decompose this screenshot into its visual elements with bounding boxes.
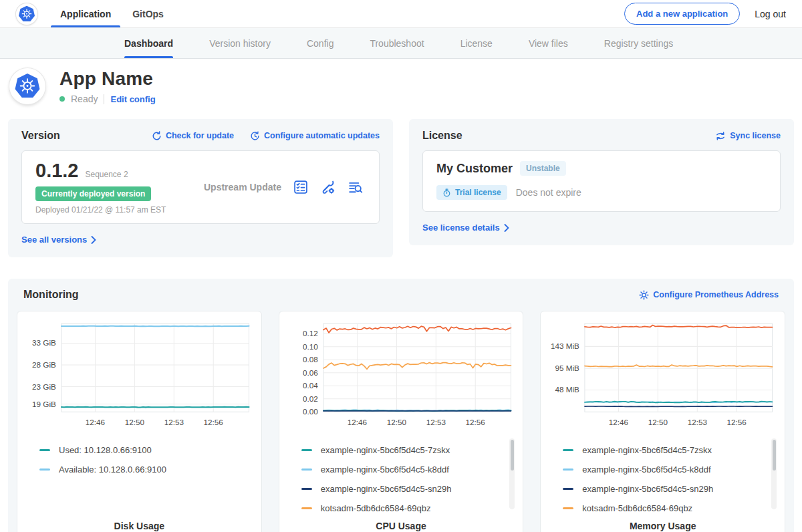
license-summary-row: My Customer Unstable Trial license Does …	[422, 150, 781, 212]
disk-legend: Used: 10.128.0.66:9100Available: 10.128.…	[23, 435, 255, 514]
legend-dash	[563, 449, 573, 451]
tab-dashboard[interactable]: Dashboard	[124, 28, 173, 58]
legend-item: example-nginx-5bc6f5d4c5-7zskx	[563, 440, 765, 460]
legend-label: example-nginx-5bc6f5d4c5-sn29h	[582, 484, 713, 494]
see-license-details-link[interactable]: See license details	[422, 223, 509, 233]
legend-label: kotsadm-5db6dc6584-69qbz	[582, 503, 692, 513]
x-tick-label: 12:53	[164, 418, 184, 426]
series-line	[61, 326, 249, 327]
y-tick-label: 0.02	[303, 394, 318, 403]
app-status: Ready	[71, 94, 98, 104]
legend-item: Available: 10.128.0.66:9100	[39, 460, 242, 479]
tab-gitops[interactable]: GitOps	[131, 0, 165, 27]
x-tick-label: 12:46	[347, 418, 366, 426]
chevron-right-icon	[504, 224, 509, 232]
y-tick-label: 48 MiB	[555, 385, 580, 394]
legend-item: example-nginx-5bc6f5d4c5-7zskx	[301, 440, 504, 460]
add-application-button[interactable]: Add a new application	[624, 3, 740, 25]
x-tick-label: 12:56	[465, 418, 485, 426]
tab-license[interactable]: License	[460, 28, 493, 58]
kubernetes-app-icon	[14, 73, 41, 100]
license-expiry: Does not expire	[516, 187, 581, 198]
legend-item: kotsadm-5db6dc6584-69qbz	[301, 499, 504, 514]
series-line	[61, 407, 249, 408]
tab-application[interactable]: Application	[59, 0, 112, 27]
legend-scrollbar[interactable]	[771, 438, 777, 509]
cpu-chart-card: 12:4612:5012:5312:560.120.100.080.060.04…	[279, 311, 524, 532]
y-tick-label: 28 GiB	[32, 360, 56, 369]
channel-badge: Unstable	[520, 161, 566, 176]
summary-cards-row: Version Check for update	[8, 119, 794, 257]
memory-legend: example-nginx-5bc6f5d4c5-7zskxexample-ng…	[547, 435, 779, 514]
y-tick-label: 0.08	[303, 355, 318, 364]
tab-config[interactable]: Config	[307, 28, 333, 58]
logout-button[interactable]: Log out	[755, 9, 786, 19]
y-tick-label: 0.12	[303, 329, 318, 338]
legend-scrollbar-thumb[interactable]	[773, 440, 776, 471]
x-tick-label: 12:50	[125, 418, 145, 426]
kubernetes-logo-icon	[18, 5, 35, 23]
legend-item: example-nginx-5bc6f5d4c5-k8ddf	[301, 460, 504, 479]
legend-label: example-nginx-5bc6f5d4c5-7zskx	[582, 445, 712, 455]
config-wrench-icon[interactable]	[321, 180, 336, 194]
configure-automatic-updates-link[interactable]: Configure automatic updates	[250, 131, 380, 141]
x-tick-label: 12:53	[426, 418, 445, 426]
monitoring-section: Monitoring Configure Prometheus Address …	[8, 279, 794, 532]
customer-name: My Customer	[436, 162, 513, 176]
y-tick-label: 19 GiB	[32, 400, 56, 408]
y-tick-label: 95 MiB	[555, 364, 580, 372]
legend-item: example-nginx-5bc6f5d4c5-sn29h	[301, 479, 504, 499]
top-nav-tabs: Application GitOps	[59, 0, 165, 27]
cpu-legend: example-nginx-5bc6f5d4c5-7zskxexample-ng…	[285, 435, 517, 514]
series-line	[585, 406, 773, 407]
legend-dash	[39, 469, 50, 471]
kubernetes-logo[interactable]	[16, 3, 37, 25]
tab-version-history[interactable]: Version history	[209, 28, 271, 58]
check-for-update-link[interactable]: Check for update	[152, 131, 234, 141]
refresh-icon	[152, 131, 162, 141]
gear-icon	[639, 290, 649, 300]
monitoring-title: Monitoring	[23, 289, 79, 301]
legend-label: Available: 10.128.0.66:9100	[59, 464, 166, 475]
license-card-title: License	[422, 130, 462, 142]
page-title: App Name	[59, 68, 156, 90]
legend-scrollbar-thumb[interactable]	[511, 440, 514, 471]
tab-view-files[interactable]: View files	[529, 28, 568, 58]
top-nav: Application GitOps Add a new application…	[0, 0, 802, 28]
tab-troubleshoot[interactable]: Troubleshoot	[370, 28, 424, 58]
legend-dash	[563, 507, 573, 509]
update-type-label: Upstream Update	[181, 182, 293, 192]
legend-dash	[39, 449, 50, 451]
license-card: License Sync license My Customer Unstabl…	[409, 119, 794, 245]
cpu-chart: 12:4612:5012:5312:560.120.100.080.060.04…	[285, 318, 517, 435]
legend-dash	[301, 449, 312, 451]
current-version-row: 0.1.2 Sequence 2 Currently deployed vers…	[21, 150, 380, 224]
memory-chart-card: 12:4612:5012:5312:56143 MiB95 MiB48 MiBe…	[540, 311, 785, 532]
app-sub-nav: Dashboard Version history Config Trouble…	[0, 28, 802, 59]
deployed-timestamp: Deployed 01/21/22 @ 11:57 am EST	[35, 205, 181, 215]
ready-status-dot	[59, 96, 65, 102]
preflight-checks-icon[interactable]	[293, 180, 308, 194]
version-card-title: Version	[21, 130, 60, 142]
view-files-search-icon[interactable]	[348, 180, 363, 194]
license-type-badge: Trial license	[436, 185, 507, 200]
legend-label: example-nginx-5bc6f5d4c5-k8ddf	[582, 464, 710, 475]
legend-dash	[301, 469, 312, 471]
divider	[104, 94, 104, 104]
disk-chart: 12:4612:5012:5312:5633 GiB28 GiB23 GiB19…	[23, 318, 255, 435]
edit-config-link[interactable]: Edit config	[110, 94, 155, 104]
disk-chart-card: 12:4612:5012:5312:5633 GiB28 GiB23 GiB19…	[17, 311, 262, 532]
sync-license-link[interactable]: Sync license	[715, 131, 781, 141]
legend-label: kotsadm-5db6dc6584-69qbz	[321, 503, 431, 513]
legend-dash	[301, 488, 312, 490]
y-tick-label: 0.10	[303, 342, 318, 351]
tab-registry-settings[interactable]: Registry settings	[604, 28, 673, 58]
x-tick-label: 12:50	[386, 418, 406, 426]
app-avatar	[9, 68, 45, 104]
configure-prometheus-link[interactable]: Configure Prometheus Address	[639, 290, 779, 300]
legend-scrollbar[interactable]	[509, 438, 515, 509]
legend-label: example-nginx-5bc6f5d4c5-7zskx	[321, 445, 450, 455]
deployed-status-badge: Currently deployed version	[35, 186, 151, 201]
see-all-versions-link[interactable]: See all versions	[21, 235, 96, 245]
x-tick-label: 12:46	[86, 418, 105, 426]
